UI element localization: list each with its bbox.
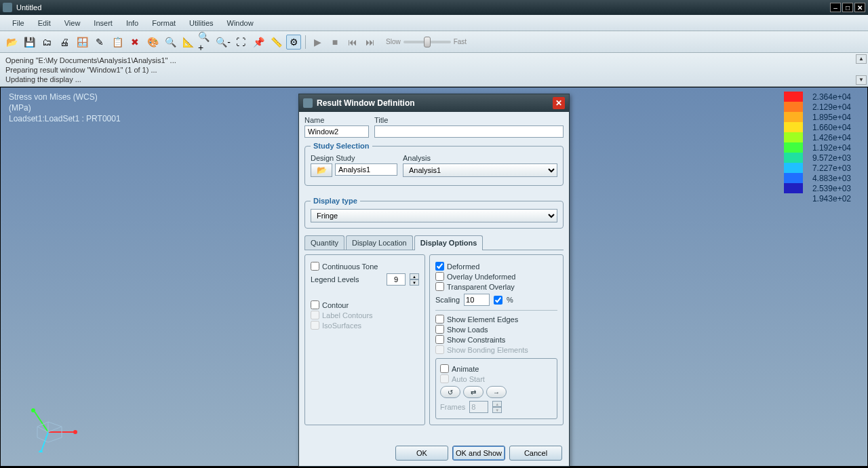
label-contours-checkbox: [311, 311, 319, 319]
show-element-edges-checkbox[interactable]: [435, 315, 444, 324]
step-back-icon[interactable]: ⏮: [345, 35, 360, 50]
menu-view[interactable]: View: [58, 16, 87, 30]
frames-label: Frames: [440, 403, 465, 411]
pin-icon[interactable]: 📌: [251, 35, 266, 50]
log-panel: Opening "E:\My Documents\Analysis1\Analy…: [0, 53, 868, 87]
design-study-label: Design Study: [311, 154, 397, 162]
app-titlebar: Untitled – □ ✕: [0, 0, 868, 15]
scroll-up-icon[interactable]: ▲: [856, 54, 867, 64]
delete-icon[interactable]: ✖: [127, 35, 142, 50]
minimize-button[interactable]: –: [830, 3, 841, 12]
show-constraints-checkbox[interactable]: [435, 335, 444, 344]
close-button[interactable]: ✕: [854, 3, 865, 12]
fringe-icon[interactable]: 🎨: [145, 35, 160, 50]
menu-format[interactable]: Format: [145, 16, 182, 30]
scaling-percent-checkbox[interactable]: [494, 296, 502, 305]
save-icon[interactable]: 💾: [22, 35, 37, 50]
legend-levels-down[interactable]: ▼: [410, 279, 419, 286]
menu-edit[interactable]: Edit: [31, 16, 58, 30]
maximize-button[interactable]: □: [842, 3, 853, 12]
slow-label: Slow: [386, 38, 401, 45]
app-title: Untitled: [16, 3, 41, 12]
anim-bounce-button[interactable]: ⇄: [463, 386, 484, 398]
stop-icon[interactable]: ■: [328, 35, 342, 50]
result-window-definition-dialog: Result Window Definition ✕ Name Title St…: [298, 94, 570, 467]
transparent-overlay-checkbox[interactable]: [435, 282, 444, 291]
overlay-undeformed-checkbox[interactable]: [435, 272, 444, 281]
show-loads-checkbox[interactable]: [435, 325, 444, 334]
log-line: Opening "E:\My Documents\Analysis1\Analy…: [5, 56, 863, 65]
copy-layout-icon[interactable]: 🗂: [39, 35, 54, 50]
zoom-in-icon[interactable]: 🔍+: [198, 35, 213, 50]
dialog-close-button[interactable]: ✕: [553, 97, 565, 109]
toolbar: 📂 💾 🗂 🖨 🪟 ✎ 📋 ✖ 🎨 🔍 📐 🔍+ 🔍- ⛶ 📌 📏 ⚙ ▶ ■ …: [0, 31, 868, 53]
color-legend: 2.364e+04 2.129e+04 1.895e+04 1.660e+04 …: [784, 92, 851, 203]
viewport-overlay-text: Stress von Mises (WCS) (MPa) Loadset1:Lo…: [9, 92, 121, 124]
play-icon[interactable]: ▶: [310, 35, 325, 50]
show-bonding-checkbox: [435, 345, 444, 354]
svg-line-8: [48, 427, 62, 432]
dialog-icon: [303, 98, 313, 108]
anim-once-button[interactable]: →: [486, 386, 507, 398]
annotate-icon[interactable]: 📐: [180, 35, 195, 50]
tree-icon[interactable]: ⚙: [286, 35, 301, 50]
ok-and-show-button[interactable]: OK and Show: [452, 446, 505, 461]
svg-point-1: [73, 430, 77, 434]
study-selection-fieldset: Study Selection Design Study 📂 Analysis …: [304, 142, 564, 186]
fast-label: Fast: [454, 38, 467, 45]
copy-icon[interactable]: 📋: [110, 35, 125, 50]
legend-levels-up[interactable]: ▲: [410, 273, 419, 279]
scaling-label: Scaling: [435, 296, 460, 304]
scroll-down-icon[interactable]: ▼: [856, 75, 867, 85]
tab-quantity[interactable]: Quantity: [304, 235, 344, 250]
anim-loop-button[interactable]: ↺: [440, 386, 460, 398]
menu-info[interactable]: Info: [119, 16, 145, 30]
name-input[interactable]: [304, 125, 369, 138]
browse-study-button[interactable]: 📂: [311, 163, 332, 177]
measure-icon[interactable]: 📏: [269, 35, 283, 50]
tab-display-options[interactable]: Display Options: [414, 235, 484, 250]
legend-levels-input[interactable]: [387, 273, 406, 286]
menu-file[interactable]: File: [5, 16, 31, 30]
display-type-select[interactable]: Fringe: [311, 209, 557, 222]
open-icon[interactable]: 📂: [4, 35, 19, 50]
design-study-input[interactable]: [335, 163, 397, 176]
options-left-panel: Continuous Tone Legend Levels ▲ ▼ Contou…: [304, 254, 425, 425]
window-icon[interactable]: 🪟: [75, 35, 90, 50]
coordinate-triad-icon: [21, 398, 82, 452]
dialog-titlebar[interactable]: Result Window Definition ✕: [299, 94, 569, 112]
analysis-select[interactable]: Analysis1: [403, 163, 557, 177]
cancel-button[interactable]: Cancel: [509, 446, 562, 461]
ok-button[interactable]: OK: [395, 446, 448, 461]
zoom-out-icon[interactable]: 🔍-: [216, 35, 231, 50]
print-icon[interactable]: 🖨: [57, 35, 72, 50]
menu-window[interactable]: Window: [220, 16, 260, 30]
speed-slider[interactable]: Slow Fast: [386, 38, 467, 45]
scaling-input[interactable]: [464, 294, 490, 306]
display-type-fieldset: Display type Fringe: [304, 197, 564, 229]
frames-down: ▼: [492, 407, 502, 413]
analysis-label: Analysis: [403, 154, 557, 162]
query-icon[interactable]: 🔍: [163, 35, 178, 50]
step-forward-icon[interactable]: ⏭: [363, 35, 378, 50]
zoom-fit-icon[interactable]: ⛶: [233, 35, 248, 50]
contour-checkbox[interactable]: [311, 300, 319, 309]
title-input[interactable]: [374, 125, 564, 138]
tab-display-location[interactable]: Display Location: [346, 235, 413, 250]
continuous-tone-checkbox[interactable]: [311, 262, 319, 271]
isosurfaces-checkbox: [311, 321, 319, 330]
animate-checkbox[interactable]: [440, 364, 449, 373]
menubar: File Edit View Insert Info Format Utilit…: [0, 15, 868, 31]
menu-utilities[interactable]: Utilities: [182, 16, 220, 30]
dialog-title: Result Window Definition: [317, 98, 415, 108]
options-right-panel: Deformed Overlay Undeformed Transparent …: [429, 254, 564, 425]
auto-start-checkbox: [440, 374, 449, 383]
edit-icon[interactable]: ✎: [92, 35, 107, 50]
svg-point-3: [31, 408, 35, 412]
menu-insert[interactable]: Insert: [87, 16, 119, 30]
legend-levels-label: Legend Levels: [311, 275, 359, 284]
deformed-checkbox[interactable]: [435, 262, 444, 271]
tabs: Quantity Display Location Display Option…: [304, 235, 564, 250]
name-label: Name: [304, 116, 369, 124]
log-line: Updating the display ...: [5, 75, 863, 84]
